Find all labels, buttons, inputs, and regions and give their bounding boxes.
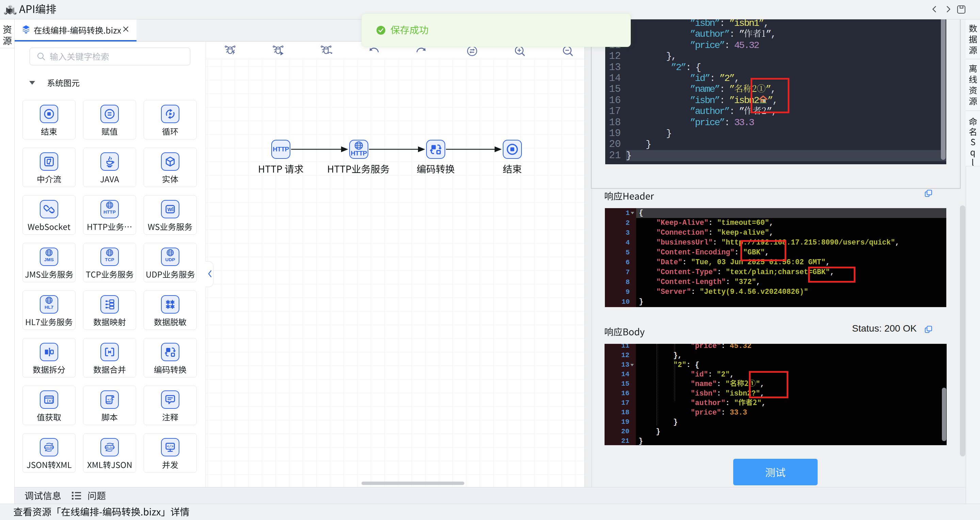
svg-text:W: W [167,207,173,212]
svg-text:Json-XML: Json-XML [44,446,54,448]
svg-text:(x): (x) [47,399,53,403]
svg-text:</>: </> [167,444,173,449]
svg-text:</>: </> [108,398,114,402]
svg-text:XML-Json: XML-Json [105,446,115,448]
